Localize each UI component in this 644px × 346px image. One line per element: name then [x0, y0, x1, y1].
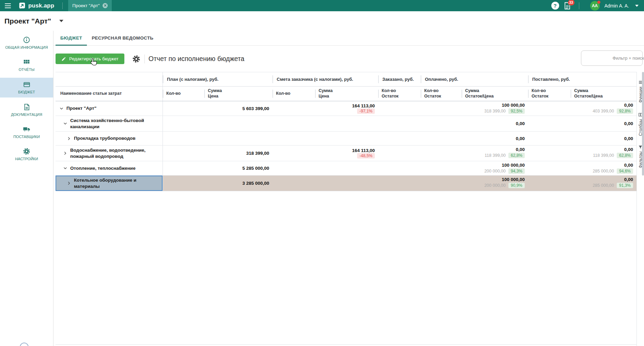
topbar-divider: [62, 2, 63, 9]
toolbar: Редактировать бюджет Отчет по исполнению…: [53, 46, 644, 72]
column-header-3[interactable]: Кол-во: [273, 87, 315, 101]
cell-paid-sum: 100 000,00200 000,0094,3%: [462, 161, 528, 175]
column-header-7[interactable]: Сумма Остаток/Цена: [462, 87, 528, 101]
cell-paid-qty: [421, 146, 462, 161]
cell-plan-sum: 5 285 000,00: [204, 161, 273, 175]
user-name: Admin A. A.: [604, 3, 629, 9]
project-tab[interactable]: Проект "Арт" ✕: [68, 0, 112, 11]
cell-plan-sum: 318 399,00: [204, 146, 273, 161]
sidebar-item-reports[interactable]: ОТЧЁТЫ: [0, 56, 53, 74]
sidebar-item-label: БЮДЖЕТ: [18, 90, 35, 94]
cell-plan-qty: [163, 146, 204, 161]
cell-paid-sum-value: 100 000,00: [502, 163, 525, 168]
tab-resource-sheet[interactable]: РЕСУРСНАЯ ВЕДОМОСТЬ: [87, 31, 158, 45]
cell-estimate-sum-percent-badge: -48,5%: [357, 153, 375, 159]
table-group-header-row: План (с налогами), руб.Смета заказчика (…: [56, 72, 637, 87]
grid-bottom-border: [56, 344, 637, 345]
cost-item-label: Прокладка трубопроводов: [74, 135, 136, 141]
cell-delivered-qty: [528, 101, 571, 116]
vertical-scrollbar[interactable]: [642, 72, 644, 176]
app-logo[interactable]: pusk.app: [16, 2, 59, 9]
close-icon[interactable]: ✕: [103, 3, 108, 8]
table-row[interactable]: Прокладка трубопроводов0,000,00: [56, 132, 637, 146]
group-header-3: Заказано, руб.: [378, 72, 421, 86]
cell-paid-qty: [421, 176, 462, 191]
search-input[interactable]: [584, 56, 644, 61]
cost-item-label: Отопление, теплоснабжение: [70, 165, 136, 171]
chevron-right-icon[interactable]: [67, 137, 71, 140]
column-header-1[interactable]: Кол-во: [163, 87, 204, 101]
column-header-4[interactable]: Сумма Цена: [315, 87, 378, 101]
content-tabbar: БЮДЖЕТ РЕСУРСНАЯ ВЕДОМОСТЬ: [53, 31, 644, 46]
chevron-down-icon[interactable]: [63, 166, 67, 170]
column-header-2[interactable]: Сумма Цена: [204, 87, 273, 101]
sidebar-item-label: ПОСТАВЩИКИ: [13, 135, 40, 139]
table-header-row: Наименование статьи затратКол-воСумма Це…: [56, 87, 637, 101]
sidebar-item-settings[interactable]: НАСТРОЙКИ: [0, 145, 53, 164]
table-settings-button[interactable]: [132, 55, 140, 63]
cost-item-label: Котельное оборудование и материалы: [74, 177, 163, 189]
filter-search-box: [581, 50, 643, 66]
cell-estimate-qty: [273, 176, 315, 191]
sidebar-item-documentation[interactable]: ДОКУМЕНТАЦИЯ: [0, 101, 53, 119]
cell-estimate-qty: [273, 146, 315, 161]
cost-item-cell[interactable]: Водоснабжение, водоотведение, пожарный в…: [56, 146, 163, 161]
sidebar-item-budget[interactable]: БЮДЖЕТ: [0, 78, 53, 97]
cost-item-label: Водоснабжение, водоотведение, пожарный в…: [70, 147, 163, 159]
cell-plan-qty: [163, 161, 204, 175]
cost-item-cell[interactable]: Система хозяйственно-бытовой канализации: [56, 116, 163, 131]
sidebar-item-general-info[interactable]: ОБЩАЯ ИНФОРМАЦИЯ: [0, 33, 53, 52]
column-header-9[interactable]: Сумма Остаток/Цена: [571, 87, 637, 101]
column-header-5[interactable]: Кол-во Остаток: [378, 87, 421, 101]
cell-ordered-qty: [378, 146, 421, 161]
cell-estimate-sum: 164 113,00-48,5%: [315, 146, 378, 161]
sidebar-item-suppliers[interactable]: ПОСТАВЩИКИ: [0, 123, 53, 141]
cell-delivered-sum-remainder: 403 399,00: [593, 109, 614, 114]
project-selector-caret[interactable]: [59, 20, 63, 22]
table-row[interactable]: Водоснабжение, водоотведение, пожарный в…: [56, 146, 637, 161]
table-row[interactable]: Отопление, теплоснабжение5 285 000,00100…: [56, 161, 637, 176]
edit-budget-button[interactable]: Редактировать бюджет: [56, 54, 124, 64]
column-header-6[interactable]: Кол-во Остаток: [421, 87, 462, 101]
notifications-button[interactable]: 33: [564, 2, 571, 10]
chevron-down-icon[interactable]: [63, 122, 67, 125]
table-row[interactable]: Котельное оборудование и материалы3 285 …: [56, 176, 637, 191]
group-header-0: [56, 72, 163, 86]
cell-ordered-qty: [378, 101, 421, 116]
budget-table: План (с налогами), руб.Смета заказчика (…: [56, 72, 637, 191]
sidebar-item-label: ОБЩАЯ ИНФОРМАЦИЯ: [5, 45, 48, 50]
cell-estimate-sum-value: 164 113,00: [352, 103, 375, 108]
cell-estimate-qty: [273, 101, 315, 116]
cost-item-cell[interactable]: Прокладка трубопроводов: [56, 132, 163, 145]
cost-item-cell[interactable]: Проект "Арт": [56, 101, 163, 116]
cell-delivered-sum-value: 0,00: [624, 147, 633, 152]
cell-plan-sum: [204, 132, 273, 145]
topbar-right: ? 33 AA Admin A. A.: [551, 1, 644, 11]
cell-paid-sum: 0,00: [462, 132, 528, 145]
cost-item-cell[interactable]: Котельное оборудование и материалы: [56, 176, 163, 191]
chevron-down-icon[interactable]: [635, 5, 639, 7]
cell-estimate-sum-percent-badge: -97,1%: [357, 108, 375, 114]
project-tab-label: Проект "Арт": [72, 3, 99, 8]
chevron-down-icon[interactable]: [60, 107, 63, 110]
notifications-badge: 33: [568, 0, 574, 5]
column-header-8[interactable]: Кол-во Остаток: [528, 87, 571, 101]
table-row[interactable]: Проект "Арт"5 603 399,00164 113,00-97,1%…: [56, 101, 637, 116]
table-row[interactable]: Система хозяйственно-бытовой канализации…: [56, 116, 637, 132]
chevron-right-icon[interactable]: [67, 181, 71, 185]
cell-plan-qty: [163, 116, 204, 131]
cell-plan-qty: [163, 132, 204, 145]
sidebar-item-label: ОТЧЁТЫ: [19, 67, 34, 72]
bottom-help-icon[interactable]: [20, 343, 29, 346]
cell-delivered-sum-remainder: 285 000,00: [593, 183, 614, 188]
group-header-5: Поставлено, руб.: [528, 72, 637, 86]
chevron-right-icon[interactable]: [63, 151, 67, 155]
user-avatar[interactable]: AA: [590, 1, 600, 11]
reports-grid-icon: [23, 58, 30, 66]
column-header-0[interactable]: Наименование статьи затрат: [56, 87, 163, 101]
menu-icon[interactable]: [0, 0, 16, 11]
help-icon[interactable]: ?: [551, 2, 559, 10]
tab-budget[interactable]: БЮДЖЕТ: [56, 31, 87, 45]
cell-delivered-sum: 0,00: [571, 116, 637, 131]
cost-item-cell[interactable]: Отопление, теплоснабжение: [56, 161, 163, 175]
